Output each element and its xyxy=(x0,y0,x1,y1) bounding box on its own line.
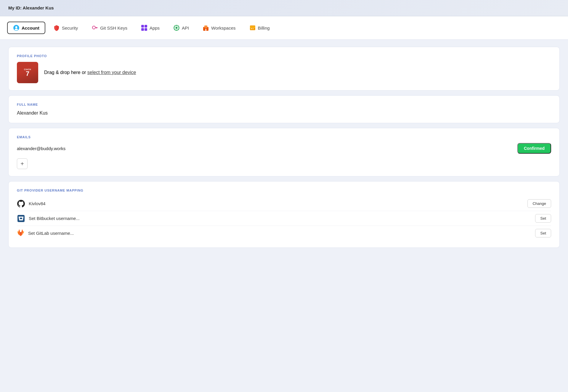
bitbucket-row-left: Set Bitbucket username... xyxy=(17,214,80,223)
github-row-left: Kivlov84 xyxy=(17,200,46,208)
svg-rect-10 xyxy=(145,28,147,31)
git-provider-card: GIT PROVIDER USERNAME MAPPING Kivlov84 C… xyxy=(8,181,560,248)
page-title: My ID: Alexander Kus xyxy=(8,5,54,10)
gitlab-set-button[interactable]: Set xyxy=(535,229,551,237)
jersey-display: CIACH 7 xyxy=(17,62,38,83)
email-row: alexander@buddy.works Confirmed xyxy=(17,143,551,154)
github-username: Kivlov84 xyxy=(29,201,46,206)
svg-point-3 xyxy=(92,26,95,29)
gitlab-placeholder: Set GitLab username... xyxy=(28,231,74,236)
full-name-card: FULL NAME Alexander Kus xyxy=(8,95,560,123)
tab-git-ssh-keys[interactable]: Git SSH Keys xyxy=(86,22,133,34)
tab-security[interactable]: Security xyxy=(48,22,84,34)
apps-icon xyxy=(141,25,147,31)
tab-account-label: Account xyxy=(22,25,39,30)
workspaces-icon xyxy=(203,25,209,31)
bitbucket-icon xyxy=(17,214,25,223)
svg-rect-16 xyxy=(205,29,206,31)
api-icon xyxy=(173,25,180,31)
main-content: Account Security G xyxy=(0,16,568,392)
emails-label: EMAILS xyxy=(17,135,551,139)
full-name-label: FULL NAME xyxy=(17,103,551,106)
full-name-value: Alexander Kus xyxy=(17,110,551,116)
tab-git-ssh-label: Git SSH Keys xyxy=(100,25,127,30)
tab-apps[interactable]: Apps xyxy=(135,22,165,34)
svg-rect-9 xyxy=(141,28,144,31)
tab-apps-label: Apps xyxy=(150,25,160,30)
top-bar: My ID: Alexander Kus xyxy=(0,0,568,16)
drag-drop-text: Drag & drop here or xyxy=(44,70,87,75)
github-change-button[interactable]: Change xyxy=(527,199,551,208)
tab-api[interactable]: API xyxy=(168,22,195,34)
tab-billing-label: Billing xyxy=(258,25,270,30)
gitlab-row: Set GitLab username... Set xyxy=(17,226,551,240)
svg-rect-15 xyxy=(204,25,207,28)
svg-point-13 xyxy=(176,27,177,29)
svg-rect-20 xyxy=(253,28,253,29)
tab-api-label: API xyxy=(182,25,189,30)
gitlab-icon xyxy=(17,229,25,237)
tab-billing[interactable]: Billing xyxy=(244,22,275,34)
profile-photo-instructions: Drag & drop here or select from your dev… xyxy=(44,70,136,75)
gitlab-row-left: Set GitLab username... xyxy=(17,229,74,237)
git-ssh-icon xyxy=(92,25,98,31)
git-provider-label: GIT PROVIDER USERNAME MAPPING xyxy=(17,189,551,192)
svg-rect-8 xyxy=(145,25,147,28)
account-icon xyxy=(13,25,20,31)
svg-point-2 xyxy=(15,29,18,30)
svg-point-1 xyxy=(15,26,17,28)
tab-account[interactable]: Account xyxy=(7,22,45,34)
confirmed-badge[interactable]: Confirmed xyxy=(517,143,551,154)
jersey-number: 7 xyxy=(26,70,29,77)
security-icon xyxy=(53,25,60,31)
profile-photo-card: PROFILE PHOTO CIACH 7 Drag & drop here o… xyxy=(8,47,560,91)
svg-rect-19 xyxy=(251,28,252,29)
github-icon xyxy=(17,200,25,208)
profile-photo-row: CIACH 7 Drag & drop here or select from … xyxy=(17,62,551,83)
svg-rect-18 xyxy=(250,27,255,28)
bitbucket-placeholder: Set Bitbucket username... xyxy=(29,216,80,221)
svg-rect-17 xyxy=(250,25,255,30)
profile-photo-label: PROFILE PHOTO xyxy=(17,54,551,58)
select-from-device-link[interactable]: select from your device xyxy=(87,70,136,75)
profile-photo-image: CIACH 7 xyxy=(17,62,38,83)
tab-nav: Account Security G xyxy=(0,16,568,40)
email-address: alexander@buddy.works xyxy=(17,146,65,151)
svg-rect-21 xyxy=(17,215,25,222)
page-body: PROFILE PHOTO CIACH 7 Drag & drop here o… xyxy=(0,40,568,392)
add-email-button[interactable]: + xyxy=(17,158,28,169)
bitbucket-row: Set Bitbucket username... Set xyxy=(17,211,551,226)
github-row: Kivlov84 Change xyxy=(17,196,551,211)
bitbucket-set-button[interactable]: Set xyxy=(535,214,551,223)
tab-workspaces-label: Workspaces xyxy=(211,25,235,30)
emails-card: EMAILS alexander@buddy.works Confirmed + xyxy=(8,128,560,176)
svg-rect-7 xyxy=(141,25,144,28)
tab-security-label: Security xyxy=(62,25,78,30)
tab-workspaces[interactable]: Workspaces xyxy=(197,22,241,34)
billing-icon xyxy=(249,25,256,31)
